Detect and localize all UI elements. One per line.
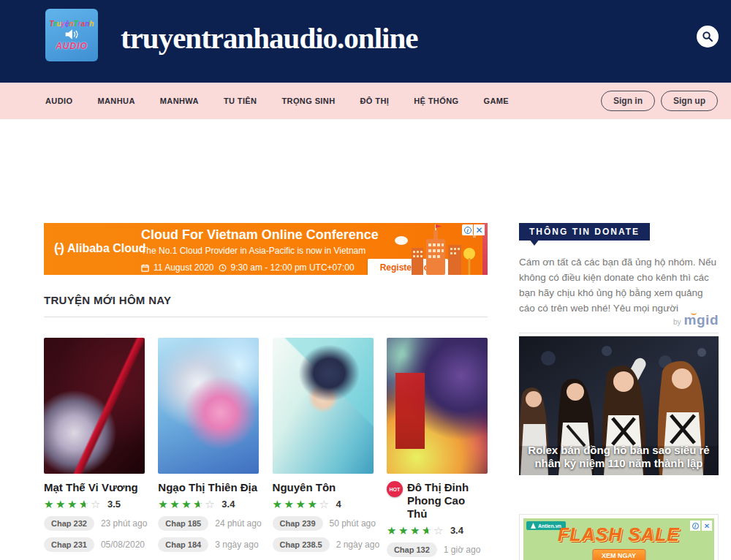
mgid-attribution[interactable]: by mgid [673,312,719,328]
donate-heading-tail [529,239,539,246]
star-icon: ★ [387,525,398,536]
star-rating: ★★★★☆ [273,499,331,510]
rating-value: 4 [336,499,341,510]
star-icon: ☆ [91,499,102,510]
star-icon: ★ [170,499,181,510]
nav-item-audio[interactable]: AUDIO [45,97,72,105]
site-title: truyentranhaudio.online [121,20,417,56]
chapter-time: 05/08/2020 [101,540,145,550]
comic-cover[interactable] [273,338,374,474]
nav-item-game[interactable]: GAME [483,97,509,105]
rating-value: 3.4 [450,525,463,536]
star-rating: ★★★☆★☆ [158,499,216,510]
rating-row: ★★★☆★☆ 3.5 [44,499,145,510]
flash-sale-ad-inner: Antien.vn i ✕ FLASH SALE XEM NGAY [523,518,714,560]
nav-item-trọng-sinh[interactable]: TRỌNG SINH [281,97,335,105]
search-icon [702,31,713,42]
comic-title-link[interactable]: Đô Thị Đỉnh Phong Cao Thủ [407,481,488,521]
star-icon: ★ [158,499,170,510]
page: TruyệnTranh AUDIO truyentranhaudio.onlin… [0,0,731,560]
native-ad-caption: Rolex bán đồng hồ bản sao siêu rẻ nhân k… [522,444,716,472]
nav-item-đô-thị[interactable]: ĐÔ THỊ [360,97,390,105]
nav-item-hệ-thống[interactable]: HỆ THỐNG [414,97,458,105]
logo-text: TruyệnTranh [50,20,94,28]
search-button[interactable] [697,26,719,48]
alibaba-cloud-logo: (-) Alibaba Cloud [54,241,146,256]
chapter-row: Chap 239 50 phút ago [273,516,374,531]
comic-title-link[interactable]: Ngạo Thị Thiên Địa [158,481,257,494]
star-rating: ★★★☆★☆ [44,499,102,510]
chapter-link[interactable]: Chap 132 [387,542,437,557]
star-icon: ★ [67,499,79,510]
section-title: TRUYỆN MỚI HÔM NAY [44,294,171,306]
comic-title-link[interactable]: Mạt Thế Vi Vương [44,481,138,494]
ad-date: 11 August 2020 [154,262,214,273]
star-icon: ★ [181,499,193,510]
comic-title-link[interactable]: Nguyên Tôn [273,481,336,494]
comic-card: Mạt Thế Vi Vương ★★★☆★☆ 3.5 Chap 232 23 … [44,338,145,560]
chapter-time: 24 phút ago [215,518,261,529]
clock-icon [219,264,227,272]
chapter-row: Chap 132 1 giờ ago [387,542,488,557]
chapter-row: Chap 185 24 phút ago [158,516,259,531]
sign-in-button[interactable]: Sign in [601,91,655,111]
comic-cover[interactable] [158,338,259,474]
donate-text: Cám ơn tất cả các bạn đã ủng hộ nhóm. Nế… [519,254,719,316]
ad-title: Cloud For Vietnam Online Conference [141,227,379,243]
chapter-row: Chap 184 3 ngày ago [158,537,259,552]
star-icon: ★ [410,525,422,536]
ad-close-icon[interactable]: ✕ [474,224,485,235]
alibaba-cloud-ad-banner[interactable]: (-) Alibaba Cloud Cloud For Vietnam Onli… [44,223,488,275]
sidebar: THÔNG TIN DONATE Cám ơn tất cả các bạn đ… [519,223,719,560]
site-header: TruyệnTranh AUDIO truyentranhaudio.onlin… [0,0,731,83]
comic-title: HOT Đô Thị Đỉnh Phong Cao Thủ [387,481,488,521]
sign-up-button[interactable]: Sign up [661,91,718,111]
chapter-time: 3 ngày ago [215,540,258,550]
star-icon: ★ [284,499,296,510]
comic-card: HOT Đô Thị Đỉnh Phong Cao Thủ ★★★☆★☆ 3.4… [387,338,488,560]
rating-row: ★★★★☆ 4 [273,499,374,510]
site-logo[interactable]: TruyệnTranh AUDIO [45,9,98,61]
nav-item-tu-tiên[interactable]: TU TIÊN [224,97,257,105]
chapter-link[interactable]: Chap 232 [44,516,94,531]
comic-title: Mạt Thế Vi Vương [44,481,145,494]
chapter-link[interactable]: Chap 238.5 [273,537,330,552]
star-icon: ★ [398,525,410,536]
mgid-logo: mgid [684,312,719,328]
nav-item-manhwa[interactable]: MANHWA [160,97,199,105]
sidebar-divider [519,333,719,333]
star-icon: ★ [44,499,56,510]
chapter-link[interactable]: Chap 185 [158,516,208,531]
logo-audio-label: AUDIO [56,41,88,51]
comic-cover[interactable] [387,338,488,474]
chapter-link[interactable]: Chap 184 [158,537,208,552]
star-icon: ☆ [205,499,216,510]
xem-ngay-button[interactable]: XEM NGAY [592,549,645,560]
comic-card: Ngạo Thị Thiên Địa ★★★☆★☆ 3.4 Chap 185 2… [158,338,259,560]
donate-heading: THÔNG TIN DONATE [519,223,650,241]
rating-value: 3.4 [221,499,235,510]
star-rating: ★★★☆★☆ [387,525,445,536]
ad-subtitle: The No.1 Cloud Provider in Asia-Pacific … [141,246,366,256]
native-ad-rolex[interactable]: Rolex bán đồng hồ bản sao siêu rẻ nhân k… [519,336,719,475]
main-column: (-) Alibaba Cloud Cloud For Vietnam Onli… [44,223,488,560]
chapter-link[interactable]: Chap 231 [44,537,94,552]
rating-row: ★★★☆★☆ 3.4 [158,499,259,510]
comics-grid: Mạt Thế Vi Vương ★★★☆★☆ 3.5 Chap 232 23 … [44,338,488,560]
chapter-time: 50 phút ago [330,518,376,529]
chapter-row: Chap 238.5 2 ngày ago [273,537,374,552]
star-icon: ☆★ [422,525,433,536]
ad-info-icon[interactable]: i [462,224,473,235]
chapter-row: Chap 232 23 phút ago [44,516,145,531]
flash-sale-title: FLASH SALE [523,524,714,545]
comic-cover[interactable] [44,338,145,474]
star-icon: ★ [56,499,67,510]
chapter-time: 2 ngày ago [336,540,379,550]
calendar-icon [141,264,149,272]
star-icon: ★ [308,499,319,510]
chapter-link[interactable]: Chap 239 [273,516,323,531]
star-icon: ★ [273,499,284,510]
flash-sale-ad[interactable]: Antien.vn i ✕ FLASH SALE XEM NGAY [519,514,719,560]
speaker-icon [64,29,79,40]
nav-item-manhua[interactable]: MANHUA [97,97,135,105]
